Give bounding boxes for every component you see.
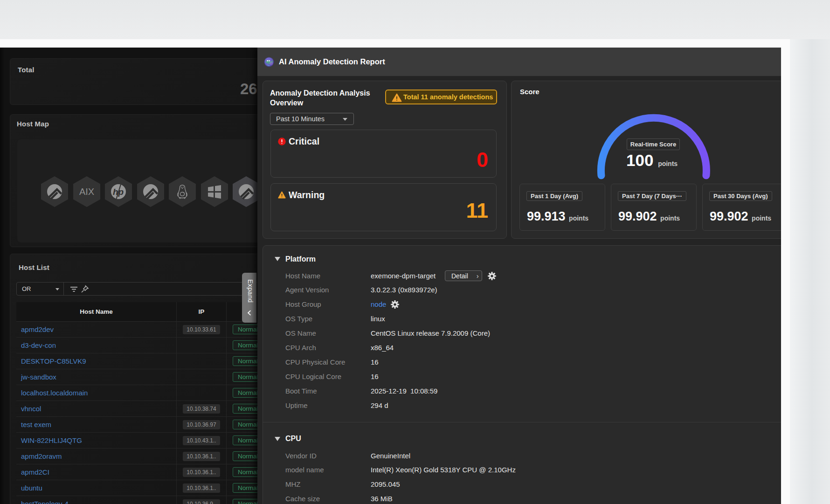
svg-text:AIX: AIX <box>79 186 94 197</box>
